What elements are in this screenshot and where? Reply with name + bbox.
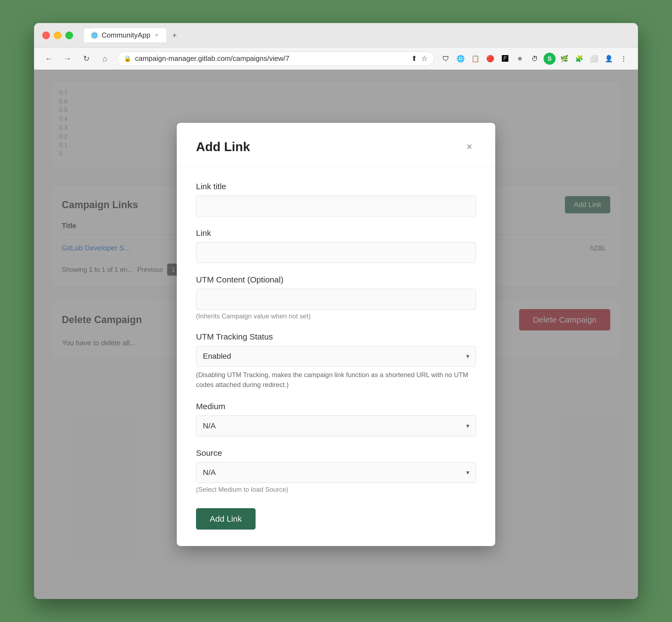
extension-translate[interactable]: 🌐 [455,53,467,65]
utm-tracking-description: (Disabling UTM Tracking, makes the campa… [196,370,476,390]
lock-icon: 🔒 [124,55,131,62]
page-content: 0.7 0.6 0.5 0.4 0.3 0.2 0.1 0 Campaign L… [34,70,638,599]
source-select-wrapper: N/A ▾ [196,462,476,483]
medium-group: Medium N/A ▾ [196,402,476,436]
maximize-window-button[interactable] [65,32,73,39]
link-input[interactable] [196,242,476,263]
utm-tracking-label: UTM Tracking Status [196,332,476,341]
extensions-button[interactable]: 🧩 [573,53,585,65]
link-group: Link [196,229,476,263]
bookmark-icon: ☆ [421,54,427,63]
toolbar-extensions: 🛡 🌐 📋 🔴 🅿 ≡ ⏱ S 🌿 🧩 ⬜ 👤 ⋮ [440,53,630,65]
back-button[interactable]: ← [42,52,56,65]
browser-toolbar: ← → ↻ ⌂ 🔒 campaign-manager.gitlab.com/ca… [34,48,638,70]
source-hint: (Select Medium to load Source) [196,486,476,493]
source-group: Source N/A ▾ (Select Medium to load Sour… [196,448,476,493]
utm-tracking-select-wrapper: Enabled Disabled ▾ [196,346,476,367]
new-tab-button[interactable]: + [169,30,180,41]
add-link-submit-button[interactable]: Add Link [196,508,256,529]
address-bar[interactable]: 🔒 campaign-manager.gitlab.com/campaigns/… [117,51,434,66]
modal-header: Add Link × [196,139,476,154]
extension-notion[interactable]: 📋 [470,53,481,65]
link-label: Link [196,229,476,238]
active-tab[interactable]: 🌐 CommunityApp × [84,28,166,42]
home-button[interactable]: ⌂ [98,52,111,65]
link-title-group: Link title [196,182,476,216]
source-label: Source [196,448,476,458]
url-text: campaign-manager.gitlab.com/campaigns/vi… [135,54,407,63]
tab-bar: 🌐 CommunityApp × + [84,28,630,42]
browser-titlebar: 🌐 CommunityApp × + [34,23,638,48]
medium-label: Medium [196,402,476,411]
utm-tracking-select[interactable]: Enabled Disabled [196,346,476,367]
modal-title: Add Link [196,139,250,154]
extension-timer[interactable]: ⏱ [529,53,541,65]
split-view-button[interactable]: ⬜ [588,53,600,65]
tab-title: CommunityApp [102,31,151,39]
profile-avatar[interactable]: 👤 [603,53,615,65]
link-title-input[interactable] [196,196,476,216]
utm-content-hint: (Inherits Campaign value when not set) [196,312,476,320]
utm-content-group: UTM Content (Optional) (Inherits Campaig… [196,275,476,320]
close-window-button[interactable] [42,32,50,39]
medium-select[interactable]: N/A [196,415,476,436]
tab-close-button[interactable]: × [154,32,160,38]
traffic-lights [42,32,73,39]
minimize-window-button[interactable] [54,32,62,39]
extension-proton[interactable]: 🅿 [499,53,511,65]
menu-button[interactable]: ⋮ [618,53,630,65]
forward-button[interactable]: → [61,52,74,65]
extension-grammarly[interactable]: 🌿 [558,53,570,65]
extension-bitwarden[interactable]: 🛡 [440,53,452,65]
browser-window: 🌐 CommunityApp × + ← → ↻ ⌂ 🔒 campaign-ma… [34,23,638,599]
modal-overlay: Add Link × Link title Link UTM Content (… [34,70,638,599]
link-title-label: Link title [196,182,476,191]
extension-todoist[interactable]: 🔴 [484,53,496,65]
add-link-modal: Add Link × Link title Link UTM Content (… [177,123,495,546]
utm-tracking-group: UTM Tracking Status Enabled Disabled ▾ (… [196,332,476,390]
share-icon: ⬆ [411,54,417,63]
utm-content-input[interactable] [196,289,476,310]
source-select[interactable]: N/A [196,462,476,483]
extension-s[interactable]: S [544,53,555,65]
extension-layers[interactable]: ≡ [514,53,526,65]
tab-favicon: 🌐 [91,32,98,39]
refresh-button[interactable]: ↻ [79,52,93,65]
utm-content-label: UTM Content (Optional) [196,275,476,284]
modal-close-button[interactable]: × [463,140,476,153]
medium-select-wrapper: N/A ▾ [196,415,476,436]
